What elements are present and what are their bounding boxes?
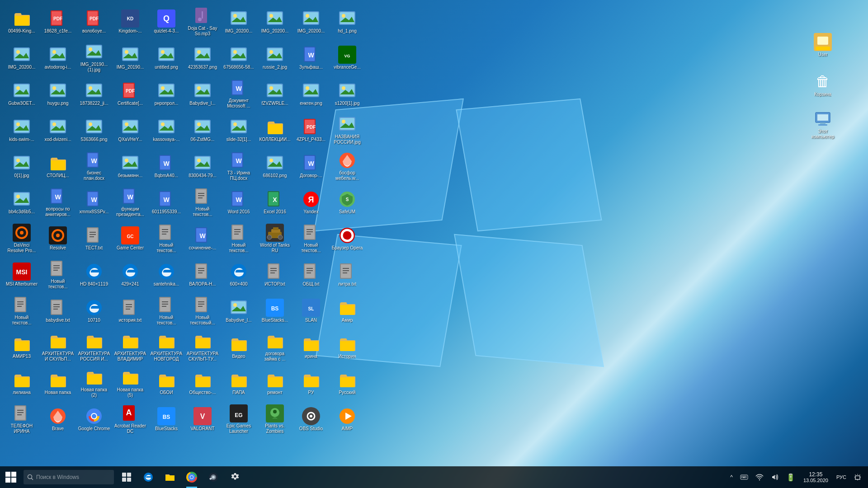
icon-i98[interactable]: W Зульфаш...: [293, 40, 329, 76]
icon-i30[interactable]: W xmmx8SSPv...: [76, 184, 112, 221]
icon-i80[interactable]: 600×400: [221, 257, 257, 293]
icon-i38[interactable]: IMG_20190...: [112, 40, 148, 76]
icon-i83[interactable]: ПАПА: [221, 365, 257, 401]
icon-i49[interactable]: Q quizlet-4-3...: [148, 4, 184, 40]
icon-i40[interactable]: QXaVHeY...: [112, 112, 148, 148]
icon-i65[interactable]: 8300434-79...: [184, 148, 221, 184]
icon-i50[interactable]: untitled.png: [148, 40, 184, 76]
tray-notification[interactable]: [851, 471, 864, 483]
icon-i34[interactable]: АРХИТЕКТУРА РОССИЯ И...: [76, 329, 112, 365]
icon-i102[interactable]: Я Yandex: [293, 184, 329, 221]
taskbar-chrome[interactable]: [181, 466, 203, 488]
taskbar-task-view[interactable]: [116, 466, 137, 488]
tray-language[interactable]: РУС: [834, 473, 849, 482]
tray-volume[interactable]: [768, 471, 782, 483]
icon-i27[interactable]: 18738222_ji...: [76, 76, 112, 112]
icon-i42[interactable]: W функции президента...: [112, 184, 148, 221]
icon-i60[interactable]: BS BlueStacks: [148, 401, 184, 437]
icon-i101[interactable]: W Договор-...: [293, 148, 329, 184]
icon-i46[interactable]: АРХИТЕКТУРА ВЛАДИМИР: [112, 329, 148, 365]
icon-i18[interactable]: W вопросы по анкетиров...: [40, 184, 76, 221]
taskbar-explorer[interactable]: [159, 466, 181, 488]
icon-i84[interactable]: EG Epic Games Launcher: [221, 401, 257, 437]
icon-i76[interactable]: slide-32[1]...: [221, 112, 257, 148]
icon-i58[interactable]: АРХИТЕКТУРА НОВГОРОД: [148, 329, 184, 365]
icon-i47[interactable]: Новая папка (5): [112, 365, 148, 401]
icon-i103[interactable]: Новый текстов...: [293, 221, 329, 257]
tray-battery[interactable]: 🔋: [783, 471, 798, 483]
icon-i71[interactable]: Общество-...: [184, 365, 221, 401]
icon-i09[interactable]: Новый текстов...: [4, 293, 40, 329]
icon-i67[interactable]: W сочинение-...: [184, 221, 221, 257]
icon-i03[interactable]: Gubw3OET...: [4, 76, 40, 112]
icon-i16[interactable]: xod-dvizeni...: [40, 112, 76, 148]
tray-network[interactable]: [753, 471, 766, 483]
icon-i82[interactable]: Видео: [221, 329, 257, 365]
icon-i36[interactable]: Google Chrome: [76, 401, 112, 437]
icon-i74[interactable]: 67568656-58...: [221, 40, 257, 76]
icon-i85[interactable]: IMG_20200...: [257, 4, 293, 40]
icon-i43[interactable]: GC Game Center: [112, 221, 148, 257]
icon-i72[interactable]: V VALORANT: [184, 401, 221, 437]
taskbar-clock[interactable]: 12:35 13.05.2020: [800, 469, 832, 485]
icon-i99[interactable]: енкген.png: [293, 76, 329, 112]
icon-i23[interactable]: Новая папка: [40, 365, 76, 401]
icon-recycle[interactable]: 🗑 Корзина: [805, 67, 841, 103]
icon-i44[interactable]: 429×241: [112, 257, 148, 293]
icon-i88[interactable]: КОЛЛЕКЦИИ...: [257, 112, 293, 148]
icon-i97[interactable]: IMG_20200...: [293, 4, 329, 40]
icon-i55[interactable]: Новый текстов...: [148, 221, 184, 257]
taskbar-settings[interactable]: [224, 466, 246, 488]
icon-i06[interactable]: bb4c3d6b5...: [4, 184, 40, 221]
icon-i104[interactable]: ОБЩ.txt: [293, 257, 329, 293]
search-bar[interactable]: Поиск в Windows: [24, 470, 114, 484]
icon-i12[interactable]: ТЕЛЕФОН ИРИНА: [4, 401, 40, 437]
icon-i70[interactable]: АРХИТЕКТУРА СКУЛЬП-ТУ...: [184, 329, 221, 365]
icon-i90[interactable]: X Excel 2016: [257, 184, 293, 221]
icon-i19[interactable]: Resolve: [40, 221, 76, 257]
icon-i81[interactable]: Babydive_l...: [221, 293, 257, 329]
icon-i96[interactable]: Plants vs. Zombies: [257, 401, 293, 437]
icon-i78[interactable]: W Word 2016: [221, 184, 257, 221]
icon-i119[interactable]: Русский: [329, 365, 365, 401]
icon-i32[interactable]: HD 840×1119: [76, 257, 112, 293]
icon-computer[interactable]: Этот компьютер: [805, 107, 841, 143]
icon-i05[interactable]: 0[1].jpg: [4, 148, 40, 184]
tray-show-hidden[interactable]: ^: [727, 472, 736, 482]
icon-i94[interactable]: договора займа с ...: [257, 329, 293, 365]
icon-i79[interactable]: Новый текстов...: [221, 221, 257, 257]
icon-i95[interactable]: ремонт: [257, 365, 293, 401]
icon-user[interactable]: User: [805, 27, 841, 63]
icon-i51[interactable]: рнропрол...: [148, 76, 184, 112]
icon-i45[interactable]: история.txt: [112, 293, 148, 329]
icon-i109[interactable]: hd_1.png: [329, 4, 365, 40]
icon-i08[interactable]: MSI MSI Afterburner: [4, 257, 40, 293]
icon-i114[interactable]: S SafeUM: [329, 184, 365, 221]
icon-i24[interactable]: Brave: [40, 401, 76, 437]
icon-i13[interactable]: PDF 18628_c1fe...: [40, 4, 76, 40]
icon-i120[interactable]: AIMP: [329, 401, 365, 437]
icon-i26[interactable]: IMG_20190... (1).jpg: [76, 40, 112, 76]
icon-i87[interactable]: fZVZWRLE...: [257, 76, 293, 112]
icon-i52[interactable]: kassovaya-...: [148, 112, 184, 148]
icon-i25[interactable]: PDF воло6оye...: [76, 4, 112, 40]
icon-i02[interactable]: IMG_20200...: [4, 40, 40, 76]
icon-i53[interactable]: W BqbmA40...: [148, 148, 184, 184]
icon-i75[interactable]: W Документ Microsoft ...: [221, 76, 257, 112]
tray-keyboard[interactable]: [737, 471, 751, 483]
icon-i56[interactable]: santehnika...: [148, 257, 184, 293]
icon-i115[interactable]: Браузер Opera: [329, 221, 365, 257]
icon-i116[interactable]: литра.txt: [329, 257, 365, 293]
icon-i48[interactable]: A Acrobat Reader DC: [112, 401, 148, 437]
icon-i69[interactable]: Новый текстовый...: [184, 293, 221, 329]
icon-i77[interactable]: W ТЗ - Ирина ПЦ.docx: [221, 148, 257, 184]
icon-i39[interactable]: PDF Certificate[...: [112, 76, 148, 112]
icon-i100[interactable]: PDF 4ZPLf_P433...: [293, 112, 329, 148]
icon-i113[interactable]: бoсфор мебель.w...: [329, 148, 365, 184]
icon-i108[interactable]: OBS Studio: [293, 401, 329, 437]
icon-i07[interactable]: DaVinci Resolve Pro...: [4, 221, 40, 257]
icon-i33[interactable]: 10710: [76, 293, 112, 329]
icon-i92[interactable]: ИСТОР.txt: [257, 257, 293, 293]
icon-i105[interactable]: SL SLAN: [293, 293, 329, 329]
icon-i117[interactable]: Амир: [329, 293, 365, 329]
